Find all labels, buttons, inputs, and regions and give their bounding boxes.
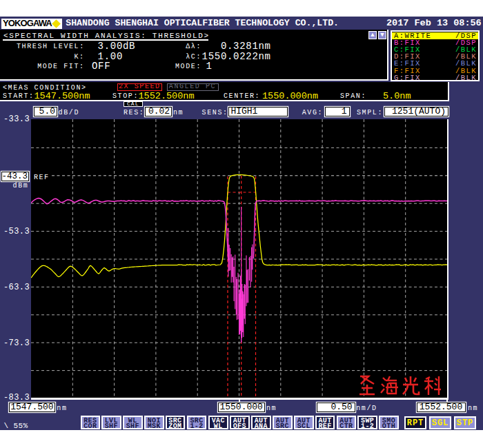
svg-text:REF: REF xyxy=(34,174,50,181)
